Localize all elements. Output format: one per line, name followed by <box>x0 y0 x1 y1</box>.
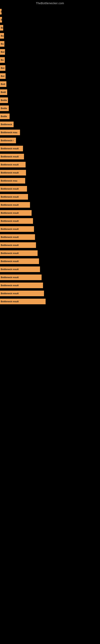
bar-row: B <box>0 8 100 16</box>
bar-row: Bo <box>0 56 100 64</box>
bar: Bottle <box>0 106 9 111</box>
bar-label: Bottleneck result <box>1 147 19 150</box>
bar-label: Bottleneck result <box>1 244 19 246</box>
bar-label: Bottle <box>1 115 7 118</box>
bar-row: Bottle <box>0 96 100 104</box>
bar-row: Bo <box>0 24 100 32</box>
bar-label: B <box>1 10 1 13</box>
bar: Bott <box>0 81 6 87</box>
bar-row: Bottleneck result <box>0 249 100 257</box>
bar: Bottl <box>0 89 7 95</box>
bar: Bottleneck result <box>0 266 40 272</box>
bar-row: Bottleneck result <box>0 193 100 201</box>
bar: Bot <box>0 65 5 71</box>
bar-label: Bottleneck result <box>1 292 19 295</box>
bar-label: Bottleneck result <box>1 236 19 238</box>
bar: Bo <box>0 25 3 30</box>
bar-label: Bot <box>1 75 4 77</box>
bar: Bottleneck result <box>0 210 32 216</box>
bar: Bottleneck result <box>0 218 33 224</box>
bar-row: Bottleneck result <box>0 241 100 249</box>
bar: Bottleneck result <box>0 290 44 296</box>
bar-label: Bo <box>1 59 4 61</box>
bar-label: Bottleneck result <box>1 188 19 190</box>
bar-row: Bottleneck result <box>0 209 100 217</box>
bar-label: Bot <box>1 67 4 69</box>
bar-label: Bottleneck result <box>1 252 19 254</box>
bar-label: Bo <box>1 43 4 45</box>
bar-row: Bottleneck resu <box>0 128 100 136</box>
bar-row: Bottleneck result <box>0 201 100 209</box>
bar-label: Bottleneck result <box>1 220 19 222</box>
bar-row: B <box>0 16 100 24</box>
bar-label: Bott <box>1 83 5 85</box>
bar-row: Bottleneck result <box>0 257 100 265</box>
bar: Bottleneck result <box>0 258 39 264</box>
bar: Bottleneck result <box>0 299 46 304</box>
bar: Bottleneck result <box>0 250 38 256</box>
bar-label: Bo <box>1 26 3 29</box>
bar: B <box>0 17 2 22</box>
bar-label: Bottleneck result <box>1 268 19 270</box>
bar: Bot <box>0 73 6 79</box>
bars-container: BBBoBoBoBotBoBotBotBottBottlBottleBottle… <box>0 6 100 306</box>
bar-row: Bottleneck r <box>0 136 100 144</box>
bar-label: Bottleneck result <box>1 196 19 198</box>
bar: Bottleneck result <box>0 242 36 248</box>
bar-label: Bottleneck result <box>1 155 19 158</box>
bar: Bo <box>0 57 5 63</box>
bar-row: Bottleneck resu <box>0 177 100 185</box>
bar-label: Bottle <box>1 99 7 102</box>
bar-row: Bottleneck result <box>0 185 100 193</box>
bar-row: Bottleneck result <box>0 298 100 306</box>
bar-row: Bottleneck result <box>0 281 100 290</box>
bar-label: Bottleneck result <box>1 284 19 286</box>
bar: Bottleneck result <box>0 170 26 176</box>
bar-row: Bott <box>0 80 100 88</box>
bar: Bottleneck <box>0 122 14 127</box>
bar: Bottleneck result <box>0 194 28 200</box>
bar-row: Bot <box>0 72 100 80</box>
bar-label: Bot <box>1 51 4 53</box>
bar-row: Bottleneck result <box>0 160 100 169</box>
bar: Bottleneck result <box>0 226 34 232</box>
bar: Bo <box>0 33 4 39</box>
bar-row: Bot <box>0 48 100 56</box>
bar: Bottleneck result <box>0 202 30 208</box>
bar-row: Bottle <box>0 104 100 112</box>
bar: Bot <box>0 49 5 55</box>
bar-row: Bottleneck result <box>0 265 100 273</box>
bar-label: Bottleneck result <box>1 260 19 262</box>
bar-row: Bottleneck result <box>0 233 100 241</box>
bar: Bottle <box>0 98 8 103</box>
bar-label: Bottleneck result <box>1 276 19 278</box>
bar-label: Bottleneck result <box>1 172 19 174</box>
bar-label: Bottl <box>1 91 6 94</box>
bar-row: Bottleneck result <box>0 217 100 225</box>
bar-label: Bottleneck result <box>1 212 19 214</box>
bar-label: Bottleneck result <box>1 204 19 206</box>
bar-row: Bottleneck result <box>0 169 100 177</box>
bar-row: Bottleneck result <box>0 290 100 298</box>
site-title: TheBottlenecker.com <box>0 0 100 6</box>
bar-label: B <box>1 18 2 21</box>
bar-row: Bottleneck result <box>0 144 100 152</box>
bar-label: Bottleneck r <box>1 139 14 142</box>
bar: Bottle <box>0 114 10 119</box>
bar: Bottleneck result <box>0 186 27 192</box>
bar: Bottleneck r <box>0 138 16 143</box>
bar: Bottleneck result <box>0 234 35 240</box>
bar-label: Bottleneck <box>1 123 12 126</box>
bar-row: Bottleneck result <box>0 152 100 160</box>
bar: Bottleneck result <box>0 274 42 280</box>
bar-label: Bottleneck result <box>1 300 19 303</box>
bar: Bottleneck result <box>0 162 26 168</box>
bar-label: Bottleneck result <box>1 164 19 166</box>
bar-label: Bottleneck resu <box>1 180 17 182</box>
bar-row: Bottleneck result <box>0 273 100 281</box>
bar-row: Bottle <box>0 112 100 120</box>
bar: Bottleneck result <box>0 146 23 151</box>
bar: Bottleneck resu <box>0 178 25 184</box>
bar: Bottleneck result <box>0 282 43 288</box>
bar-row: Bo <box>0 40 100 48</box>
